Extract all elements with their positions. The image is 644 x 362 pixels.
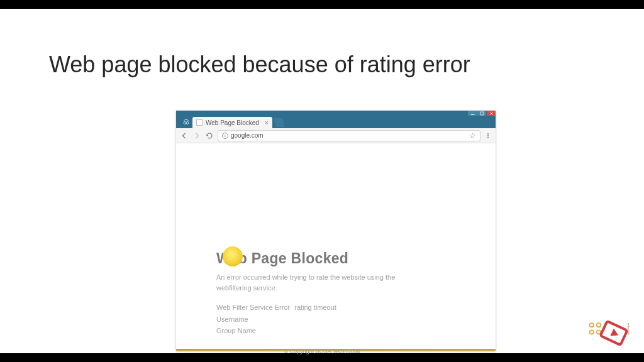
brand-logo: technocrat xyxy=(582,313,635,353)
address-bar: i google.com ☆ xyxy=(176,128,496,143)
slide: Web page blocked because of rating error xyxy=(0,9,644,353)
svg-point-6 xyxy=(590,330,594,334)
close-button[interactable] xyxy=(487,111,496,116)
browser-window: Web Page Blocked × i google.com xyxy=(176,111,496,351)
tab-close-icon[interactable]: × xyxy=(265,119,269,126)
svg-point-3 xyxy=(186,122,189,124)
blocked-details: Web Filter Service Error rating timeout … xyxy=(216,302,470,337)
svg-rect-0 xyxy=(470,114,474,114)
blocked-heading: Web Page Blocked xyxy=(216,250,470,267)
slide-title: Web page blocked because of rating error xyxy=(49,52,470,78)
maximize-button[interactable] xyxy=(477,111,486,116)
url-field[interactable]: i google.com ☆ xyxy=(218,130,480,141)
svg-rect-1 xyxy=(480,112,484,115)
detail-label: Username xyxy=(216,315,248,323)
browser-tab[interactable]: Web Page Blocked × xyxy=(192,117,272,128)
slide-footer: © Copyright BOSA Technocrat xyxy=(0,348,644,354)
reload-button[interactable] xyxy=(205,131,214,140)
new-tab-button[interactable] xyxy=(274,118,285,127)
detail-label: Group Name xyxy=(216,327,256,334)
incognito-icon xyxy=(180,116,192,128)
bookmark-icon[interactable]: ☆ xyxy=(469,131,476,140)
page-viewport: Web Page Blocked An error occurred while… xyxy=(176,143,496,351)
cursor-highlight xyxy=(223,246,243,266)
detail-row: Username xyxy=(216,314,470,326)
svg-marker-9 xyxy=(610,329,620,339)
svg-point-4 xyxy=(590,323,594,327)
tab-strip: Web Page Blocked × xyxy=(176,116,496,128)
back-button[interactable] xyxy=(180,131,189,140)
detail-value: rating timeout xyxy=(294,304,336,311)
menu-button[interactable] xyxy=(484,133,492,138)
detail-row: Web Filter Service Error rating timeout xyxy=(216,302,470,314)
svg-text:technocrat: technocrat xyxy=(627,323,630,336)
tab-title: Web Page Blocked xyxy=(206,119,259,126)
stage: Web page blocked because of rating error xyxy=(0,0,644,362)
url-text: google.com xyxy=(231,132,264,139)
detail-label: Web Filter Service Error xyxy=(216,304,290,311)
forward-button[interactable] xyxy=(192,131,201,140)
minimize-button[interactable] xyxy=(468,111,477,116)
site-info-icon[interactable]: i xyxy=(222,133,228,139)
window-controls xyxy=(468,111,496,116)
svg-point-2 xyxy=(184,122,186,124)
blocked-content: Web Page Blocked An error occurred while… xyxy=(216,250,470,337)
blocked-message: An error occurred while trying to rate t… xyxy=(216,272,430,293)
favicon-icon xyxy=(196,119,203,126)
svg-point-5 xyxy=(597,323,601,327)
window-titlebar xyxy=(176,111,496,116)
detail-row: Group Name xyxy=(216,325,470,337)
